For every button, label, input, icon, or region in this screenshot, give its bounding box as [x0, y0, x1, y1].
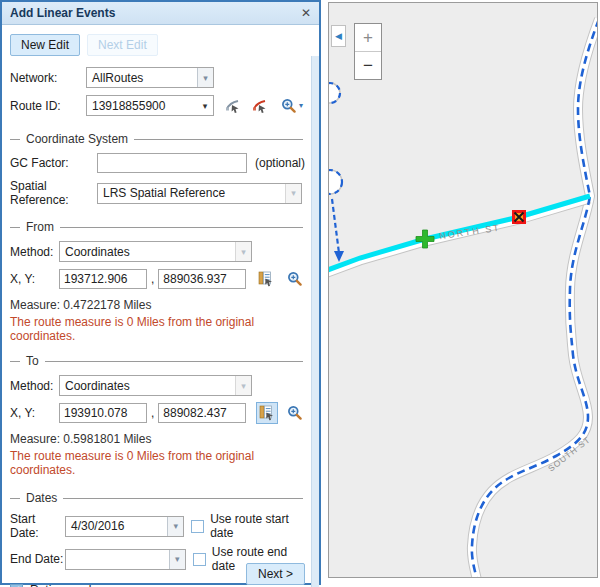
to-zoom-to-icon[interactable] — [287, 405, 303, 421]
to-method-select[interactable]: Coordinates ▾ — [59, 375, 252, 396]
section-to: To — [10, 354, 303, 368]
start-date-select[interactable]: 4/30/2016 ▾ — [65, 516, 184, 537]
optional-note: (optional) — [255, 156, 305, 170]
panel-title: Add Linear Events — [10, 6, 115, 20]
route-id-value: 13918855900 — [87, 99, 197, 113]
chevron-down-icon[interactable]: ▾ — [167, 517, 183, 536]
road-spur-arrow — [334, 251, 344, 262]
from-pick-on-map-icon[interactable] — [256, 268, 276, 290]
map-canvas: NORTH ST SOUTH ST — [329, 3, 597, 577]
select-route-on-map-icon[interactable] — [225, 98, 241, 114]
to-x-input[interactable] — [59, 403, 147, 423]
from-method-label: Method: — [10, 245, 59, 259]
next-edit-button[interactable]: Next Edit — [87, 34, 158, 56]
from-warning-text: The route measure is 0 Miles from the or… — [10, 315, 303, 343]
to-method-label: Method: — [10, 379, 59, 393]
chevron-down-icon[interactable]: ▾ — [197, 68, 213, 87]
from-method-value: Coordinates — [60, 245, 235, 259]
to-xy-label: X, Y: — [10, 406, 59, 420]
use-route-end-date-checkbox[interactable] — [193, 553, 206, 566]
network-label: Network: — [10, 71, 86, 85]
to-warning-text: The route measure is 0 Miles from the or… — [10, 449, 303, 477]
section-dates: Dates — [10, 491, 303, 505]
panel-body: New Edit Next Edit Network: AllRoutes ▾ … — [2, 34, 319, 587]
chevron-down-icon[interactable]: ▾ — [169, 550, 185, 569]
network-value: AllRoutes — [87, 71, 197, 85]
to-method-value: Coordinates — [60, 379, 235, 393]
road-spur — [332, 199, 339, 253]
use-route-start-date-checkbox[interactable] — [191, 520, 204, 533]
section-coordinate-system: Coordinate System — [10, 132, 303, 146]
gc-factor-label: GC Factor: — [10, 156, 97, 170]
zoom-in-button[interactable]: + — [355, 24, 381, 51]
use-route-start-date-label: Use route start date — [210, 512, 303, 540]
end-date-select[interactable]: ▾ — [65, 549, 186, 570]
from-x-input[interactable] — [59, 269, 147, 289]
start-date-value: 4/30/2016 — [66, 519, 167, 533]
spatial-reference-value: LRS Spatial Reference — [98, 186, 285, 200]
road-label-north-st: NORTH ST — [439, 223, 502, 242]
spatial-reference-select[interactable]: LRS Spatial Reference ▾ — [97, 183, 302, 204]
collapse-arrow-icon: ◀ — [335, 31, 342, 41]
next-button[interactable]: Next > — [246, 563, 305, 585]
to-y-input[interactable] — [158, 403, 246, 423]
from-method-select[interactable]: Coordinates ▾ — [59, 241, 252, 262]
to-measure-text: Measure: 0.5981801 Miles — [10, 432, 303, 446]
to-point-marker[interactable] — [514, 212, 525, 223]
from-zoom-to-icon[interactable] — [287, 271, 303, 287]
app-window: Add Linear Events ✕ New Edit Next Edit N… — [0, 0, 600, 587]
chevron-down-icon[interactable]: ▾ — [235, 376, 251, 395]
retire-overlaps-label: Retire overlaps — [30, 583, 111, 587]
network-select[interactable]: AllRoutes ▾ — [86, 67, 214, 88]
chevron-down-icon[interactable]: ▾ — [197, 96, 213, 115]
map-zoom-control: + − — [354, 23, 382, 80]
section-from: From — [10, 220, 303, 234]
zoom-menu-arrow-icon[interactable]: ▾ — [299, 101, 303, 110]
chevron-down-icon[interactable]: ▾ — [285, 184, 301, 203]
collapse-panel-button[interactable]: ◀ — [331, 25, 346, 47]
new-edit-button[interactable]: New Edit — [10, 34, 80, 56]
select-route-active-icon[interactable] — [252, 98, 268, 114]
chevron-down-icon[interactable]: ▾ — [235, 242, 251, 261]
to-pick-on-map-icon[interactable] — [256, 402, 278, 424]
route-id-label: Route ID: — [10, 99, 86, 113]
road-casings — [329, 19, 597, 577]
panel-scrollbar[interactable] — [311, 56, 319, 587]
gc-factor-input[interactable] — [97, 153, 247, 173]
comma-separator: , — [151, 272, 154, 286]
spatial-reference-label: Spatial Reference: — [10, 179, 97, 207]
add-linear-events-panel: Add Linear Events ✕ New Edit Next Edit N… — [0, 0, 321, 585]
comma-separator: , — [151, 406, 154, 420]
zoom-out-button[interactable]: − — [355, 51, 381, 79]
map-view[interactable]: NORTH ST SOUTH ST ◀ + − — [328, 2, 598, 578]
zoom-to-route-icon[interactable] — [281, 98, 297, 114]
retire-overlaps-checkbox[interactable]: ✓ — [10, 584, 23, 587]
route-id-combo[interactable]: 13918855900 ▾ — [86, 95, 214, 116]
close-icon[interactable]: ✕ — [301, 6, 311, 20]
from-measure-text: Measure: 0.4722178 Miles — [10, 298, 303, 312]
panel-header: Add Linear Events ✕ — [2, 2, 319, 25]
from-y-input[interactable] — [158, 269, 246, 289]
from-xy-label: X, Y: — [10, 272, 59, 286]
start-date-label: Start Date: — [10, 512, 65, 540]
end-date-label: End Date: — [10, 552, 65, 566]
